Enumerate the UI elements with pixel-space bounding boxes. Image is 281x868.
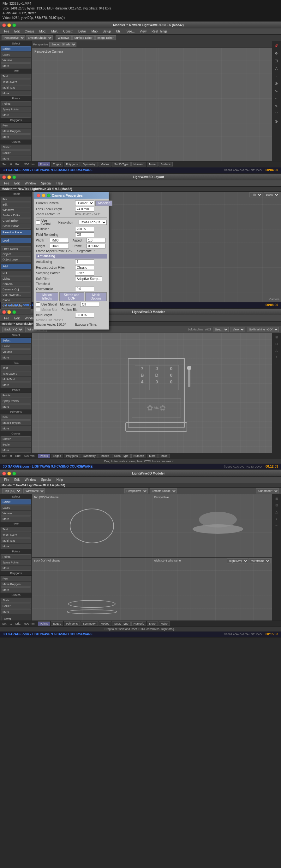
tab4-points[interactable]: Points bbox=[38, 621, 50, 626]
menu-edit-1[interactable]: Edit bbox=[12, 29, 22, 34]
sidebar-btn-4-sketch[interactable]: Sketch bbox=[1, 598, 31, 603]
menu-mod-1[interactable]: Mod. bbox=[37, 29, 49, 34]
layout-from-scene-btn[interactable]: From Scene bbox=[1, 246, 31, 251]
sidebar-btn-4-points[interactable]: Points bbox=[1, 554, 31, 559]
pen-icon-1[interactable]: ✎ bbox=[273, 103, 279, 110]
sidebar-btn-text[interactable]: Text bbox=[1, 74, 31, 79]
sidebar-btn-4-more1[interactable]: More bbox=[1, 517, 31, 522]
menu-file-1[interactable]: File bbox=[2, 29, 12, 34]
close-btn-2[interactable] bbox=[2, 175, 6, 179]
layout-parent-btn[interactable]: Parent in Place bbox=[1, 230, 31, 235]
menu-file-2[interactable]: File bbox=[2, 181, 12, 186]
close-btn-1[interactable] bbox=[2, 23, 6, 27]
viewport-right-zy[interactable]: Right (ZY) Wireframe Right (ZY) Wirefram… bbox=[152, 558, 272, 621]
rt-icon-3[interactable]: △ bbox=[274, 347, 279, 353]
menu-util-1[interactable]: Util. bbox=[113, 29, 124, 34]
layout-lights-btn[interactable]: Lights bbox=[1, 276, 31, 281]
sidebar-btn-3-more2[interactable]: More bbox=[1, 382, 31, 388]
perspective-select-4[interactable]: Perspective bbox=[124, 488, 148, 493]
blur-length-value[interactable]: 50.0 % bbox=[75, 313, 94, 317]
layout-camera-btn[interactable]: Camera bbox=[1, 282, 31, 287]
menu-window-2[interactable]: Window bbox=[22, 181, 38, 186]
tab3-polygons[interactable]: Polygons bbox=[64, 454, 80, 458]
sidebar-btn-4-more2[interactable]: More bbox=[1, 544, 31, 549]
layout-scene-btn[interactable]: Scene Editor bbox=[1, 223, 31, 228]
viewport-back-select[interactable]: Back (XY) bbox=[2, 327, 23, 332]
tab4-subd[interactable]: SubD-Type bbox=[112, 621, 131, 626]
sidebar-btn-3-points[interactable]: Points bbox=[1, 393, 31, 398]
twist-icon-1[interactable]: ⊛ bbox=[273, 118, 279, 125]
layout-null-btn[interactable]: Null bbox=[1, 271, 31, 276]
sidebar-btn-more-select[interactable]: More bbox=[1, 63, 31, 68]
viewport-perspective-4[interactable]: Perspective bbox=[152, 494, 272, 557]
menu-constr-1[interactable]: Constr. bbox=[61, 29, 76, 34]
sidebar-btn-more-text[interactable]: More bbox=[1, 91, 31, 96]
rotate-icon-1[interactable]: ↺ bbox=[273, 42, 279, 49]
menu-detail-1[interactable]: Detail bbox=[76, 29, 89, 34]
maximize-btn-3[interactable] bbox=[12, 310, 16, 314]
minimize-btn-3[interactable] bbox=[7, 310, 11, 314]
minimize-btn-2[interactable] bbox=[7, 175, 11, 179]
layout-object-btn[interactable]: Object bbox=[1, 252, 31, 257]
tab-polygons-1[interactable]: Polygons bbox=[64, 162, 80, 166]
sidebar-btn-spray[interactable]: Spray Points bbox=[1, 107, 31, 112]
tab-subd-1[interactable]: SubD-Type bbox=[112, 162, 131, 166]
stretch-icon-1[interactable]: ↔ bbox=[273, 96, 279, 102]
width-input[interactable] bbox=[50, 238, 69, 243]
menu-special-4[interactable]: Special bbox=[38, 477, 54, 482]
rt4-icon-4[interactable]: ↕ bbox=[274, 516, 279, 521]
sidebar-btn-4-more3[interactable]: More bbox=[1, 566, 31, 571]
maximize-btn-1[interactable] bbox=[12, 23, 16, 27]
layout-clone-btn[interactable]: Clone bbox=[1, 298, 31, 303]
sidebar-btn-pen[interactable]: Pen bbox=[1, 123, 31, 128]
layout-graph-btn[interactable]: Graph Editor bbox=[1, 218, 31, 223]
tab-more-1[interactable]: More bbox=[147, 162, 158, 166]
tab4-symmetry[interactable]: Symmetry bbox=[81, 621, 98, 626]
layout-cvt-powerpc-btn[interactable]: Cvt Powerpc... bbox=[1, 292, 31, 297]
sidebar-btn-3-more5[interactable]: More bbox=[1, 448, 31, 453]
sidebar-btn-3-multi-text[interactable]: Multi-Text bbox=[1, 377, 31, 382]
rt4-icon-2[interactable]: ⊡ bbox=[274, 502, 279, 508]
sidebar-btn-make-polygon[interactable]: Make Polygon bbox=[1, 129, 31, 134]
close-btn-3[interactable] bbox=[2, 310, 6, 314]
resolution-select[interactable]: SXGA LCD (1280 x... bbox=[79, 220, 107, 225]
sidebar-btn-4-text-layers[interactable]: Text Layers bbox=[1, 532, 31, 537]
tab-symmetry-1[interactable]: Symmetry bbox=[81, 162, 98, 166]
menu-edit-2[interactable]: Edit bbox=[12, 181, 22, 186]
layout-perspective-view[interactable]: File 100% Camera bbox=[111, 192, 281, 302]
tab4-polygons[interactable]: Polygons bbox=[64, 621, 80, 626]
rt4-icon-3[interactable]: △ bbox=[274, 509, 279, 515]
oversample-value[interactable]: 0.0 bbox=[75, 287, 94, 291]
minimize-btn-1[interactable] bbox=[7, 23, 11, 27]
sidebar-btn-4-lasso[interactable]: Lasso bbox=[1, 505, 31, 510]
move-icon-1[interactable]: ✥ bbox=[273, 50, 279, 56]
sidebar-btn-3-more1[interactable]: More bbox=[1, 355, 31, 360]
sidebar-btn-3-pen[interactable]: Pen bbox=[1, 414, 31, 420]
mask-options-btn[interactable]: Mask Options bbox=[85, 292, 107, 301]
field-rendering-value[interactable]: Off bbox=[75, 232, 94, 237]
tab4-numeric[interactable]: Numeric bbox=[131, 621, 146, 626]
sidebar-btn-4-more5[interactable]: More bbox=[1, 609, 31, 614]
menu-mult-1[interactable]: Mult. bbox=[49, 29, 61, 34]
rt4-icon-1[interactable]: ⊞ bbox=[274, 496, 279, 501]
viewport-back-xy[interactable]: Back (XY) Wireframe bbox=[32, 558, 152, 621]
menu-window-4[interactable]: Window bbox=[22, 477, 38, 482]
sidebar-btn-sketch[interactable]: Sketch bbox=[1, 145, 31, 150]
sidebar-btn-4-bezier[interactable]: Bezier bbox=[1, 603, 31, 609]
sidebar-btn-3-spray[interactable]: Spray Points bbox=[1, 399, 31, 404]
viewport-top-xz[interactable]: Top (XZ) Wireframe bbox=[32, 494, 152, 557]
wireframe-select-4a[interactable]: Wireframe bbox=[23, 488, 45, 493]
tab3-numeric[interactable]: Numeric bbox=[131, 454, 146, 458]
select-icon-1[interactable]: ⊡ bbox=[273, 58, 279, 64]
sidebar-btn-lasso[interactable]: Lasso bbox=[1, 52, 31, 57]
camera-btn[interactable]: Modeler bbox=[95, 200, 112, 206]
tab3-modes[interactable]: Modes bbox=[99, 454, 111, 458]
tab4-edges[interactable]: Edges bbox=[51, 621, 63, 626]
rt-icon-4[interactable]: ↕ bbox=[274, 354, 279, 360]
tab-modes-1[interactable]: Modes bbox=[99, 162, 111, 166]
layout-surface-btn[interactable]: Surface Editor bbox=[1, 213, 31, 218]
slot-viewport[interactable]: 7 B 4 J D 0 0 0 0 bbox=[32, 333, 281, 453]
menu-see-1[interactable]: See... bbox=[124, 29, 137, 34]
tab-numeric-1[interactable]: Numeric bbox=[131, 162, 146, 166]
reconstruction-value[interactable]: Classic bbox=[75, 265, 94, 270]
